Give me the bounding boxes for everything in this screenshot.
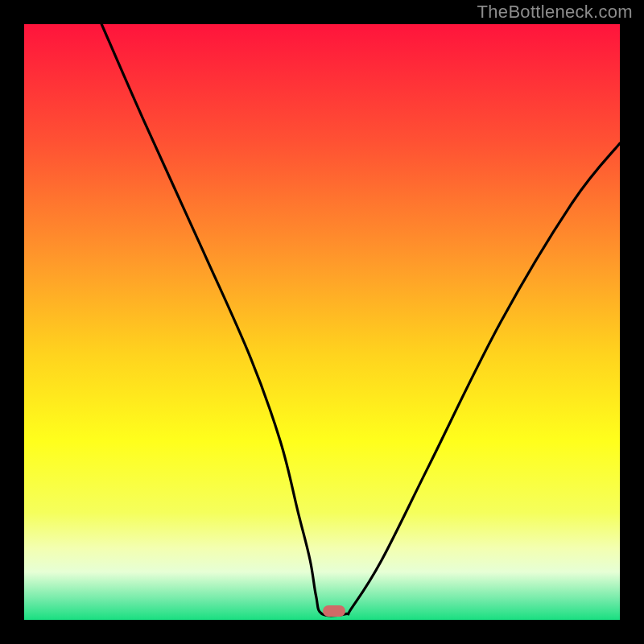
plot-svg — [24, 24, 620, 620]
optimum-marker — [323, 605, 345, 617]
plot-area — [24, 24, 620, 620]
chart-frame: TheBottleneck.com — [0, 0, 644, 644]
watermark-text: TheBottleneck.com — [477, 2, 633, 23]
gradient-rect — [24, 24, 620, 620]
